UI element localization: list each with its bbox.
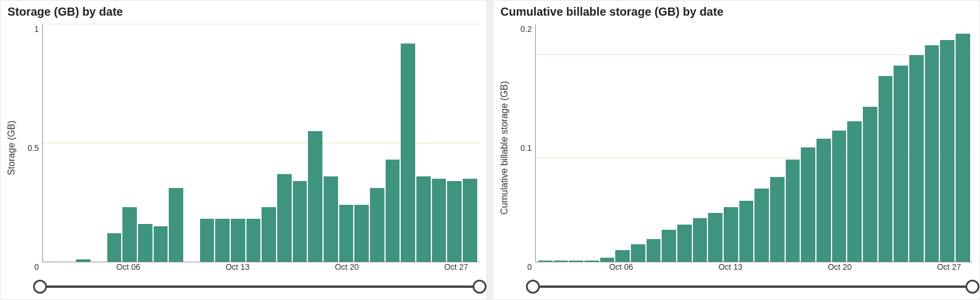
bar [631, 244, 645, 262]
storage-y-ticks: 1 0.5 0 [18, 21, 42, 275]
x-tick-label: Oct 13 [718, 262, 742, 272]
bar [308, 131, 322, 262]
bars [536, 24, 972, 262]
bar [894, 66, 908, 262]
cumulative-title: Cumulative billable storage (GB) by date [500, 5, 972, 19]
bar [76, 259, 90, 262]
storage-x-ticks: Oct 06Oct 13Oct 20Oct 27 [42, 262, 480, 275]
bar [416, 176, 431, 262]
bar [615, 250, 630, 262]
cumulative-date-slider[interactable] [533, 279, 972, 295]
x-tick-label: Oct 20 [827, 262, 851, 272]
bar [569, 261, 583, 262]
dashboard: Storage (GB) by date Storage (GB) 1 0.5 … [0, 0, 980, 300]
slider-handle-start[interactable] [33, 280, 47, 294]
bar [909, 55, 924, 262]
storage-plot: Storage (GB) 1 0.5 0 Oct 06Oct 13Oct 20O… [5, 21, 480, 275]
bar [801, 147, 815, 262]
bar [432, 179, 447, 262]
bar [463, 179, 477, 262]
bar [940, 40, 954, 262]
bar [538, 261, 553, 262]
cumulative-y-ticks: 0.2 0.1 0 [511, 21, 535, 275]
storage-card: Storage (GB) by date Storage (GB) 1 0.5 … [0, 0, 487, 300]
bar [277, 174, 292, 262]
storage-y-label: Storage (GB) [5, 21, 18, 275]
storage-date-slider[interactable] [40, 279, 480, 295]
bar [585, 261, 599, 262]
x-tick-label: Oct 20 [335, 262, 358, 272]
y-tick: 0.1 [521, 143, 532, 153]
slider-track[interactable] [40, 285, 480, 288]
bar [724, 207, 738, 262]
cumulative-plot-area [535, 24, 972, 262]
storage-title: Storage (GB) by date [8, 5, 480, 19]
bar [200, 219, 215, 262]
bar [401, 44, 415, 262]
bar [832, 131, 847, 262]
slider-handle-end[interactable] [966, 280, 979, 294]
bar [246, 219, 261, 262]
bar [215, 219, 230, 262]
bar [169, 188, 183, 262]
x-tick-label: Oct 06 [116, 262, 140, 272]
bar [324, 176, 338, 262]
bar [293, 181, 307, 262]
bar [739, 201, 754, 262]
bar [754, 189, 769, 262]
cumulative-x-ticks: Oct 06Oct 13Oct 20Oct 27 [535, 262, 972, 275]
bar [770, 177, 785, 262]
bar [447, 181, 462, 262]
x-tick-label: Oct 27 [937, 262, 961, 272]
bar [863, 107, 877, 262]
bar [816, 139, 831, 262]
y-tick: 0 [527, 262, 532, 272]
slider-handle-end[interactable] [473, 280, 487, 294]
y-tick: 0.5 [28, 143, 39, 153]
bar [154, 226, 168, 262]
bar [554, 261, 568, 262]
bar [262, 207, 276, 262]
bar [107, 233, 122, 262]
bar [879, 76, 893, 262]
bars [43, 24, 480, 262]
bar [693, 218, 707, 262]
slider-track[interactable] [533, 285, 972, 288]
bar [847, 121, 862, 262]
storage-plot-area [42, 24, 480, 262]
bar [138, 224, 153, 262]
x-tick-label: Oct 13 [226, 262, 249, 272]
cumulative-y-label: Cumulative billable storage (GB) [498, 21, 511, 275]
bar [956, 34, 970, 262]
x-tick-label: Oct 27 [444, 262, 468, 272]
y-tick: 0 [34, 262, 39, 272]
bar [122, 207, 137, 262]
bar [708, 213, 723, 262]
bar [600, 258, 615, 262]
bar [677, 225, 692, 262]
y-tick: 0.2 [521, 24, 532, 34]
bar [647, 239, 661, 262]
bar [339, 205, 354, 262]
y-tick: 1 [34, 24, 39, 34]
bar [786, 160, 800, 262]
bar [662, 230, 676, 262]
bar [370, 188, 384, 262]
bar [354, 205, 369, 262]
bar [386, 160, 400, 262]
bar [925, 45, 939, 262]
slider-handle-start[interactable] [526, 280, 540, 294]
cumulative-card: Cumulative billable storage (GB) by date… [493, 0, 980, 300]
x-tick-label: Oct 06 [609, 262, 633, 272]
cumulative-plot: Cumulative billable storage (GB) 0.2 0.1… [498, 21, 972, 275]
bar [231, 219, 245, 262]
